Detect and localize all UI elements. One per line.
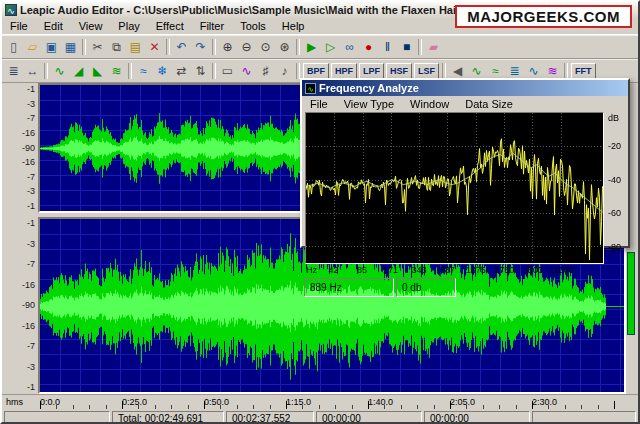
pause-icon: ‖ (385, 41, 390, 53)
hsf-button[interactable]: HSF (386, 63, 412, 80)
hz-tick-label: 5500 (523, 265, 543, 275)
save-as-icon[interactable]: ▦ (61, 38, 80, 57)
hz-axis-title: Hz (306, 265, 317, 275)
menu-help[interactable]: Help (274, 19, 313, 34)
record-icon: ● (365, 41, 372, 53)
insert-silence-icon[interactable]: ▭ (218, 62, 237, 81)
status-cell-1: Total: 00:02:49.691 (112, 411, 224, 424)
pause-icon[interactable]: ‖ (378, 38, 397, 57)
zoom-selection-icon[interactable]: ⊙ (256, 38, 275, 57)
zoom-in-icon[interactable]: ⊕ (218, 38, 237, 57)
eraser-icon[interactable]: ▰ (424, 38, 443, 57)
toolbar-main: ▯▱▣▦✂⧉▤✕↶↷⊕⊖⊙⊛▶▷∞●‖■▰ (2, 35, 638, 59)
freq-menu-view-type[interactable]: View Type (336, 97, 402, 112)
delete-icon: ✕ (149, 41, 159, 53)
undo-icon[interactable]: ↶ (172, 38, 191, 57)
time-stretch-icon: ↔ (27, 65, 39, 77)
fade-in-icon[interactable]: ◢ (69, 62, 88, 81)
paste-icon: ▤ (130, 41, 141, 53)
cut-icon[interactable]: ✂ (88, 38, 107, 57)
zoom-out-icon[interactable]: ⊖ (237, 38, 256, 57)
mixer-icon[interactable]: ≣ (4, 62, 23, 81)
hz-tick-label: 85 (357, 265, 367, 275)
menu-file[interactable]: File (2, 19, 36, 34)
speaker-icon: ◀ (453, 65, 462, 77)
db-tick-label: -40 (608, 175, 621, 185)
menu-filter[interactable]: Filter (192, 19, 232, 34)
redo-icon: ↷ (195, 41, 205, 53)
db-label: -16 (2, 158, 35, 167)
statistics-icon: ≣ (509, 65, 519, 77)
toolbar-separator (212, 63, 216, 79)
save-icon[interactable]: ▣ (42, 38, 61, 57)
open-folder-icon: ▱ (28, 41, 37, 53)
fade-out-icon[interactable]: ◣ (88, 62, 107, 81)
timeline-unit-label: hms (6, 397, 23, 407)
paste-icon[interactable]: ▤ (126, 38, 145, 57)
db-label: -3 (2, 100, 35, 109)
freq-window-icon: ∿ (305, 83, 316, 94)
bpf-button[interactable]: BPF (303, 63, 329, 80)
hpf-button[interactable]: HPF (331, 63, 357, 80)
copy-icon[interactable]: ⧉ (107, 38, 126, 57)
menu-view[interactable]: View (71, 19, 111, 34)
spectrum-plot-row: dB -20-40-60-80 (302, 112, 628, 264)
menu-tools[interactable]: Tools (232, 19, 274, 34)
reverse-icon[interactable]: ⇄ (172, 62, 191, 81)
menu-edit[interactable]: Edit (36, 19, 71, 34)
app-icon: ∿ (5, 4, 17, 16)
timeline-ruler[interactable]: hms 0:0.00:25.00:50.01:15.01:40.02:05.02… (2, 394, 638, 409)
status-bar: Total: 00:02:49.69100:02:37.55200:00:000… (2, 409, 638, 424)
waveform-view-icon: ≈ (492, 65, 499, 77)
frequency-analyze-icon: ∿ (528, 65, 538, 77)
echo-icon[interactable]: ≈ (134, 62, 153, 81)
hz-tick-label: 343 (411, 265, 426, 275)
freq-window-title-bar[interactable]: ∿ Frequency Analyze (302, 80, 628, 96)
zoom-all-icon[interactable]: ⊛ (275, 38, 294, 57)
toolbar-separator (418, 39, 422, 55)
freq-menu-data-size[interactable]: Data Size (457, 97, 521, 112)
amplify-icon[interactable]: ∿ (50, 62, 69, 81)
loop-icon[interactable]: ∞ (340, 38, 359, 57)
freq-menu-bar: FileView TypeWindowData Size (302, 96, 628, 112)
play-icon[interactable]: ▶ (302, 38, 321, 57)
save-as-icon: ▦ (65, 41, 76, 53)
fft-button[interactable]: FFT (571, 63, 596, 80)
menu-play[interactable]: Play (110, 19, 147, 34)
stop-icon[interactable]: ■ (397, 38, 416, 57)
flanger-icon[interactable]: ❄ (153, 62, 172, 81)
toolbar-separator (166, 39, 170, 55)
normalize-icon[interactable]: ≋ (107, 62, 126, 81)
db-label: -3 (2, 363, 35, 372)
fade-in-icon: ◢ (74, 65, 83, 77)
invert-icon[interactable]: ⇅ (191, 62, 210, 81)
lpf-button[interactable]: LPF (359, 63, 384, 80)
play-all-icon[interactable]: ▷ (321, 38, 340, 57)
fade-out-icon: ◣ (93, 65, 102, 77)
freq-menu-window[interactable]: Window (402, 97, 457, 112)
eraser-icon: ▰ (429, 41, 438, 53)
db-label: -7 (2, 173, 35, 182)
db-tick-label: -80 (608, 242, 621, 252)
pitch-shift-icon[interactable]: ♯ (256, 62, 275, 81)
lsf-button[interactable]: LSF (414, 63, 439, 80)
tempo-icon[interactable]: ♪ (275, 62, 294, 81)
amplify-icon: ∿ (54, 65, 64, 77)
db-label: -1 (2, 85, 35, 94)
vibrato-icon[interactable]: ∿ (237, 62, 256, 81)
oscilloscope-icon: ≋ (547, 65, 557, 77)
spectrum-plot[interactable] (306, 113, 603, 263)
redo-icon[interactable]: ↷ (191, 38, 210, 57)
status-cell-2: 00:02:37.552 (226, 411, 314, 424)
undo-icon: ↶ (176, 41, 186, 53)
time-stretch-icon[interactable]: ↔ (23, 62, 42, 81)
menu-effect[interactable]: Effect (148, 19, 192, 34)
freq-menu-file[interactable]: File (302, 97, 336, 112)
delete-icon[interactable]: ✕ (145, 38, 164, 57)
new-file-icon: ▯ (10, 41, 17, 53)
new-file-icon[interactable]: ▯ (4, 38, 23, 57)
toolbar-separator (296, 63, 300, 79)
record-icon[interactable]: ● (359, 38, 378, 57)
open-folder-icon[interactable]: ▱ (23, 38, 42, 57)
zoom-all-icon: ⊛ (279, 41, 289, 53)
